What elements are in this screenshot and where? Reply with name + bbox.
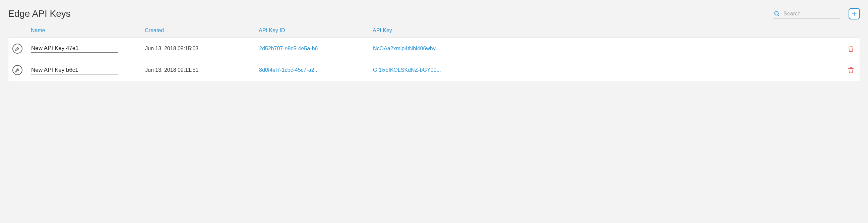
search-field[interactable] [774, 9, 840, 19]
table-row: Jun 13, 2018 09:15:03 2d52b707-e9c5-4e5a… [8, 38, 860, 59]
column-header-spacer [837, 28, 856, 33]
svg-point-0 [775, 11, 778, 15]
api-key-id-link[interactable]: 2d52b707-e9c5-4e5a-b6... [259, 46, 322, 51]
column-header-api-key[interactable]: API Key [373, 28, 837, 33]
api-key-name-input[interactable] [31, 44, 118, 53]
add-api-key-button[interactable] [848, 8, 860, 20]
wrench-icon [15, 67, 20, 73]
api-keys-table: Name Created ↓ API Key ID API Key [8, 28, 860, 81]
table-header-row: Name Created ↓ API Key ID API Key [8, 28, 860, 37]
table-row: Jun 13, 2018 09:11:51 8d0f4ef7-1cbc-45c7… [8, 59, 860, 81]
column-header-name[interactable]: Name [31, 28, 145, 33]
column-header-created-label: Created [145, 28, 164, 33]
api-key-id-link[interactable]: 8d0f4ef7-1cbc-45c7-a2... [259, 67, 319, 73]
wrench-icon [15, 46, 20, 51]
search-icon [774, 10, 780, 17]
column-header-api-key-id[interactable]: API Key ID [259, 28, 373, 33]
created-timestamp: Jun 13, 2018 09:15:03 [145, 46, 198, 51]
column-header-created[interactable]: Created ↓ [145, 28, 259, 33]
api-key-icon [12, 65, 23, 75]
search-input[interactable] [783, 11, 840, 17]
header-actions [774, 8, 860, 20]
plus-icon [851, 11, 857, 17]
created-timestamp: Jun 13, 2018 09:11:51 [145, 67, 198, 73]
sort-descending-icon: ↓ [166, 28, 168, 33]
trash-icon [847, 66, 854, 74]
page-title: Edge API Keys [8, 8, 71, 19]
trash-icon [847, 45, 854, 52]
page-header: Edge API Keys [8, 8, 860, 20]
delete-api-key-button[interactable] [846, 44, 856, 54]
api-key-icon [12, 44, 23, 54]
delete-api-key-button[interactable] [846, 65, 856, 75]
api-key-link[interactable]: GI1lxbIKOLSKdNZ-bGY00... [373, 67, 441, 73]
api-key-link[interactable]: NcOAa2xmlp4tNhl406why... [373, 46, 440, 51]
svg-line-1 [778, 15, 779, 16]
column-header-spacer [12, 28, 31, 33]
api-key-name-input[interactable] [31, 66, 118, 75]
table-body: Jun 13, 2018 09:15:03 2d52b707-e9c5-4e5a… [8, 37, 860, 81]
